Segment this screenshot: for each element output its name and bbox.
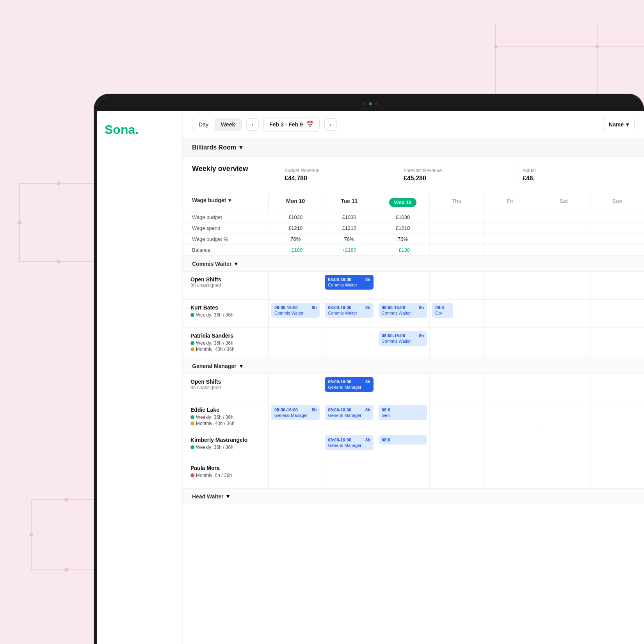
shift-patricia-fri[interactable] xyxy=(483,328,537,358)
shift-kurt-fri[interactable] xyxy=(483,300,537,327)
shift-kimberly-wed[interactable]: 08:0 xyxy=(376,432,429,460)
shift-open-gm-wed[interactable] xyxy=(376,374,429,402)
week-button[interactable]: Week xyxy=(215,118,241,131)
shift-open-gm-thu[interactable] xyxy=(429,374,483,402)
location-dropdown-icon: ▾ xyxy=(239,144,242,151)
role-general-manager-header[interactable]: General Manager ▾ xyxy=(183,358,644,374)
shift-block-eddie-mon[interactable]: 08:00-16:008h General Manager xyxy=(271,405,320,420)
shift-block-eddie-wed[interactable]: 08:0 Gen xyxy=(379,405,427,420)
eddie-weekly-text: Weekly: 36h / 36h xyxy=(196,415,233,420)
day-week-toggle[interactable]: Day Week xyxy=(192,118,242,131)
shift-eddie-wed[interactable]: 08:0 Gen xyxy=(376,402,429,432)
shift-open-commis-fri[interactable] xyxy=(483,272,537,299)
forecast-revenue-label: Forecast Revenue xyxy=(404,168,509,173)
shift-kurt-sun[interactable] xyxy=(591,300,644,327)
eddie-monthly-dot xyxy=(190,422,194,425)
role-general-manager-label: General Manager xyxy=(192,363,237,369)
shift-open-gm-sun[interactable] xyxy=(591,374,644,402)
shift-open-commis-sun[interactable] xyxy=(591,272,644,299)
budget-revenue-value: £44,780 xyxy=(285,175,390,182)
shift-open-commis-sat[interactable] xyxy=(537,272,590,299)
ws-sun xyxy=(591,223,644,233)
shift-eddie-tue[interactable]: 08:00-16:008h General Manager xyxy=(322,402,375,432)
shift-kurt-wed[interactable]: 08:00-16:008h Commis Waiter xyxy=(376,300,429,327)
shift-patricia-mon[interactable] xyxy=(269,328,322,358)
shift-block-kimberly-tue[interactable]: 08:00-16:008h General Manager xyxy=(325,435,373,450)
kimberly-weekly-text: Weekly: 36h / 36h xyxy=(196,445,233,450)
shift-block-kurt-tue[interactable]: 08:00-16:008h Commis Waiter xyxy=(325,303,373,318)
shift-block-eddie-tue[interactable]: 08:00-16:008h General Manager xyxy=(325,405,373,420)
revenue-cards: Budget Revenue £44,780 Forecast Revenue … xyxy=(278,165,635,185)
shift-kimberly-sun[interactable] xyxy=(591,432,644,460)
ws-mon: £1210 xyxy=(269,223,322,233)
role-commis-waiter-header[interactable]: Commis Waiter ▾ xyxy=(183,256,644,272)
name-dropdown[interactable]: Name ▾ xyxy=(603,118,635,131)
budget-revenue-label: Budget Revenue xyxy=(285,168,390,173)
prev-button[interactable]: ‹ xyxy=(246,118,259,131)
sidebar: Sona. xyxy=(97,111,183,644)
shift-kurt-mon[interactable]: 08:00-16:008h Commis Waiter xyxy=(269,300,322,327)
shift-kimberly-tue[interactable]: 08:00-16:008h General Manager xyxy=(322,432,375,460)
shift-open-gm-mon[interactable] xyxy=(269,374,322,402)
shift-eddie-thu[interactable] xyxy=(429,402,483,432)
patricia-monthly-dot xyxy=(190,347,194,351)
wage-budget-label: Wage budget xyxy=(192,197,226,203)
shift-block-open-gm-tue[interactable]: 08:00-16:008h General Manager xyxy=(325,377,373,392)
shift-patricia-thu[interactable] xyxy=(429,328,483,358)
shift-kurt-thu[interactable]: 08:0 Cor xyxy=(429,300,453,327)
shift-kimberly-thu[interactable] xyxy=(429,432,483,460)
wage-chevron-icon: ▾ xyxy=(228,197,231,203)
kurt-bates-info: Kurt Bates Weekly: 36h / 36h xyxy=(183,300,269,327)
shift-patricia-wed[interactable]: 08:00-16:008h Commis Waiter xyxy=(376,328,429,358)
shift-paula-wed[interactable] xyxy=(376,460,429,488)
wage-budget-header-btn[interactable]: Wage budget ▾ xyxy=(183,193,268,207)
schedule-area[interactable]: Billiards Room ▾ Weekly overview Budget … xyxy=(183,138,644,644)
shift-paula-sun[interactable] xyxy=(591,460,644,488)
date-range[interactable]: Feb 3 - Feb 9 📅 xyxy=(263,117,320,132)
shift-open-commis-mon[interactable] xyxy=(269,272,322,299)
shift-block-kimberly-wed[interactable]: 08:0 xyxy=(379,435,427,445)
shift-block-kurt-thu[interactable]: 08:0 Cor xyxy=(432,303,453,318)
shift-eddie-fri[interactable] xyxy=(483,402,537,432)
shift-open-gm-tue[interactable]: 08:00-16:008h General Manager xyxy=(322,374,375,402)
shift-block-kurt-mon[interactable]: 08:00-16:008h Commis Waiter xyxy=(271,303,320,318)
shift-kurt-tue[interactable]: 08:00-16:008h Commis Waiter xyxy=(322,300,375,327)
shift-open-commis-thu[interactable] xyxy=(429,272,483,299)
shift-patricia-sat[interactable] xyxy=(537,328,590,358)
camera-led xyxy=(369,102,372,105)
next-button[interactable]: › xyxy=(324,118,337,131)
shift-kurt-sat[interactable] xyxy=(537,300,590,327)
shift-time-eddie-wed: 08:0 xyxy=(382,407,424,412)
shift-open-gm-fri[interactable] xyxy=(483,374,537,402)
wage-balance-row-label: Balance: xyxy=(183,245,269,255)
shift-eddie-mon[interactable]: 08:00-16:008h General Manager xyxy=(269,402,322,432)
shift-role-patricia-wed: Commis Waiter xyxy=(382,339,424,343)
shift-paula-tue[interactable] xyxy=(322,460,375,488)
role-hw-chevron-icon: ▾ xyxy=(226,493,229,500)
shift-open-commis-tue[interactable]: 08:00-16:008h Commis Waiter xyxy=(322,272,375,299)
shift-paula-fri[interactable] xyxy=(483,460,537,488)
shift-kimberly-sat[interactable] xyxy=(537,432,590,460)
shift-paula-sat[interactable] xyxy=(537,460,590,488)
shift-patricia-sun[interactable] xyxy=(591,328,644,358)
bal-fri xyxy=(483,245,537,255)
shift-eddie-sun[interactable] xyxy=(591,402,644,432)
location-button[interactable]: Billiards Room ▾ xyxy=(192,144,242,151)
day-button[interactable]: Day xyxy=(192,118,215,131)
shift-open-commis-wed[interactable] xyxy=(376,272,429,299)
shift-kimberly-fri[interactable] xyxy=(483,432,537,460)
wb-sun xyxy=(591,212,644,222)
shift-patricia-tue[interactable] xyxy=(322,328,375,358)
shift-paula-thu[interactable] xyxy=(429,460,483,488)
shift-open-gm-sat[interactable] xyxy=(537,374,590,402)
shift-kimberly-mon[interactable] xyxy=(269,432,322,460)
wb-sat xyxy=(537,212,590,222)
role-head-waiter-header[interactable]: Head Waiter ▾ xyxy=(183,488,644,504)
shift-block-patricia-wed[interactable]: 08:00-16:008h Commis Waiter xyxy=(379,331,427,346)
shift-block-open-commis-tue[interactable]: 08:00-16:008h Commis Waiter xyxy=(325,275,373,290)
shift-eddie-sat[interactable] xyxy=(537,402,590,432)
paula-monthly: Monthly: 0h / 36h xyxy=(190,473,260,478)
shift-block-kurt-wed[interactable]: 08:00-16:008h Commis Waiter xyxy=(379,303,427,318)
open-shifts-gm-sub: 8h unassigned xyxy=(190,385,260,390)
shift-paula-mon[interactable] xyxy=(269,460,322,488)
